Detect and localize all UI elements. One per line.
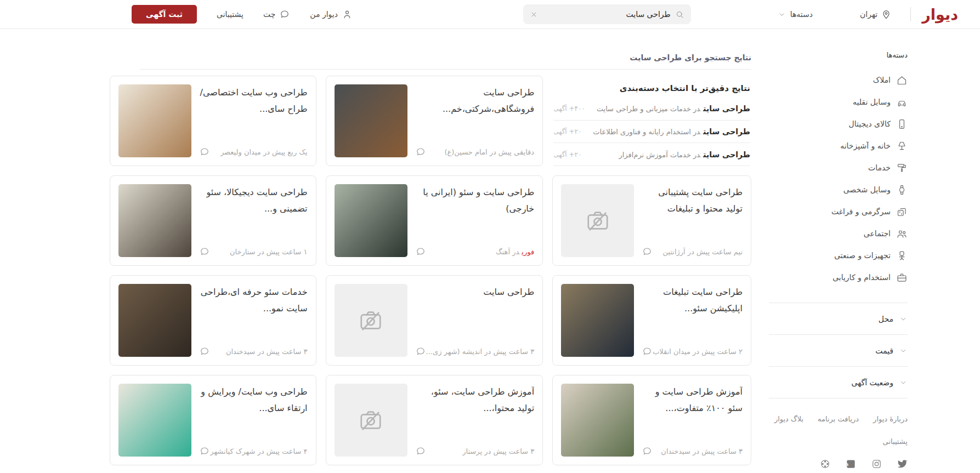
ad-card-footer: نیم ساعت پیش در آرژانتین [642,246,743,257]
ad-card-footer: ۴ ساعت پیش در شهرک کیانشهر [199,446,307,457]
sidebar-category-item[interactable]: املاک [769,69,908,91]
chat-bubble-icon [415,446,426,457]
sidebar-category-item[interactable]: خدمات [769,157,908,179]
sidebar-footer-link[interactable]: دریافت برنامه [818,415,859,423]
aparat-icon[interactable] [820,459,830,469]
ad-card-footer: ۳ ساعت پیش در سیدخندان [642,446,743,457]
search-input[interactable] [523,4,691,24]
post-ad-button[interactable]: ثبت آگهی [132,5,197,24]
sidebar-footer-link[interactable]: بلاگ دیوار [774,415,803,423]
chat-bubble-icon [199,346,210,357]
search-value-field[interactable] [542,10,671,19]
suggestion-ad-count: ۲۰+ آگهی [553,128,581,135]
instagram-icon[interactable] [871,459,882,469]
sidebar-category-item[interactable]: خانه و آشپزخانه [769,135,908,157]
search-icon [675,10,684,19]
ad-card-body: طراحی سایت فروشگاهی،شرکتی،خم... دقایقی پ… [415,84,535,157]
divar-logo[interactable]: دیوار [922,6,958,23]
my-divar-button[interactable]: دیوار من [310,9,353,20]
category-suggestion-row[interactable]: طراحی سایتدر استخدام رایانه و فناوری اطل… [553,121,750,144]
camera-off-icon [358,308,383,333]
ad-card[interactable]: طراحی سایت و سئو (ایرانی یا خارجی) فورید… [326,175,543,266]
ad-meta: ۱ ساعت پیش در ستارخان [230,248,308,256]
category-label: خانه و آشپزخانه [840,141,891,150]
brush-icon [896,162,908,174]
ad-title: خدمات سئو حرفه ای،طراحی سایت نمو... [199,284,307,317]
city-selector[interactable]: تهران [860,9,892,20]
ad-thumbnail [118,384,191,457]
ad-title: طراحی سایت [415,284,535,300]
category-suggestion-row[interactable]: طراحی سایتدر خدمات میزبانی و طراحی سایت … [553,98,750,121]
sidebar-category-item[interactable]: سرگرمی و فراغت [769,201,908,223]
filter-section-toggle[interactable]: وضعیت آگهی [769,366,908,398]
ad-title: طراحی وب سایت/ ویرایش و ارتقاء سای... [199,384,307,417]
location-pin-icon [881,9,892,20]
filter-list: محل قیمت وضعیت آگهی [769,303,908,398]
ad-thumbnail [118,184,191,257]
chevron-down-icon [899,378,908,387]
category-list: املاک وسایل نقلیه کالای دیجیتال خانه و آ… [769,69,908,288]
sidebar-category-item[interactable]: اجتماعی [769,223,908,244]
ad-card-body: خدمات سئو حرفه ای،طراحی سایت نمو... ۳ سا… [199,284,307,357]
dice-icon [896,206,908,218]
sidebar-category-item[interactable]: وسایل نقلیه [769,91,908,113]
ad-card[interactable]: آموزش طراحی سایت و سئو ۱۰۰٪ متفاوت،... ۳… [552,375,751,465]
linkedin-icon[interactable]: in [846,459,856,469]
chevron-down-icon [778,10,786,19]
home-icon [896,75,908,86]
ad-meta: ۴ ساعت پیش در شهرک کیانشهر [210,447,307,455]
category-suggestion-row[interactable]: طراحی سایتدر خدمات آموزش نرم‌افزار ۲۰+ آ… [553,143,750,166]
sidebar-category-item[interactable]: استخدام و کاریابی [769,266,908,288]
ad-card[interactable]: طراحی سایت فروشگاهی،شرکتی،خم... دقایقی پ… [326,76,543,166]
sidebar-support-link[interactable]: پشتیبانی [769,437,908,446]
sidebar-category-item[interactable]: تجهیزات و صنعتی [769,244,908,266]
sidebar-category-item[interactable]: کالای دیجیتال [769,113,908,135]
close-icon[interactable] [530,10,538,19]
filter-section-toggle[interactable]: محل [769,303,908,334]
support-button[interactable]: پشتیبانی [217,10,243,19]
chat-label: چت [263,10,275,19]
filter-section-toggle[interactable]: قیمت [769,334,908,366]
ad-card[interactable]: آموزش طراحی سایت، سئو، تولید محتوا،... ۳… [326,375,543,465]
ad-card[interactable]: طراحی سایت تبلیغات اپلیکیشن سئو... ۲ ساع… [552,275,751,366]
filter-label: محل [879,315,893,323]
chat-button[interactable]: چت [263,9,290,20]
ad-card[interactable]: طراحی وب سایت اختصاصی/طراح سای... یک ربع… [110,76,316,166]
ad-card-body: طراحی سایت ۳ ساعت پیش در اندیشه (شهر زی.… [415,284,535,357]
ad-card-footer: فوریدر آهنگ [415,246,535,257]
categories-dropdown-label: دسته‌ها [790,10,813,19]
ad-title: طراحی سایت تبلیغات اپلیکیشن سئو... [642,284,743,317]
ad-card[interactable]: طراحی سایت دیجیکالا، سئو تضمینی و... ۱ س… [110,175,316,266]
lamp-icon [896,140,908,152]
watch-icon [896,184,908,196]
ad-title: طراحی سایت فروشگاهی،شرکتی،خم... [415,84,535,117]
category-label: املاک [873,76,891,84]
ad-card-body: طراحی وب سایت/ ویرایش و ارتقاء سای... ۴ … [199,384,307,457]
ad-card[interactable]: طراحی سایت ۳ ساعت پیش در اندیشه (شهر زی.… [326,275,543,366]
ad-card-body: آموزش طراحی سایت و سئو ۱۰۰٪ متفاوت،... ۳… [642,384,743,457]
categories-dropdown[interactable]: دسته‌ها [778,10,813,19]
header-divider [910,7,911,21]
ad-thumbnail [118,284,191,357]
ad-card-footer: ۳ ساعت پیش در اندیشه (شهر زی... [415,346,535,357]
person-icon [342,9,353,20]
urgent-badge: فوری [522,248,534,256]
ad-card-footer: ۱ ساعت پیش در ستارخان [199,246,307,257]
car-icon [896,96,908,108]
chair-icon [896,250,908,261]
ad-card-body: آموزش طراحی سایت، سئو، تولید محتوا،... ۳… [415,384,535,457]
suggestion-title: نتایج دقیق‌تر با انتخاب دسته‌بندی [553,83,750,93]
ad-meta: فوریدر آهنگ [496,248,534,256]
sidebar-footer-link[interactable]: دربارهٔ دیوار [873,415,908,423]
twitter-icon[interactable] [897,459,908,469]
sidebar-category-item[interactable]: وسایل شخصی [769,179,908,201]
svg-text:in: in [846,462,849,467]
ad-meta: یک ربع پیش در میدان ولیعصر [220,148,308,156]
sidebar-footer-links: دربارهٔ دیواردریافت برنامهبلاگ دیوار [769,415,908,423]
ad-card[interactable]: طراحی وب سایت/ ویرایش و ارتقاء سای... ۴ … [110,375,316,465]
ad-card[interactable]: خدمات سئو حرفه ای،طراحی سایت نمو... ۳ سا… [110,275,316,366]
ad-card[interactable]: طراحی سایت پشتیبانی تولید محتوا و تبلیغا… [552,175,751,266]
no-photo-placeholder [335,284,407,357]
filters-sidebar: دسته‌ها املاک وسایل نقلیه کالای دیجیتال … [769,29,908,469]
suggestion-text: طراحی سایتدر خدمات آموزش نرم‌افزار [619,150,750,159]
